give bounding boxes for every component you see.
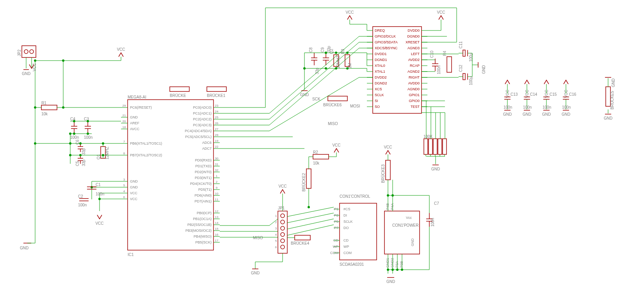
svg-text:GND: GND — [542, 112, 551, 116]
svg-text:VCC: VCC — [332, 143, 340, 147]
svg-text:100n: 100n — [523, 105, 532, 109]
svg-text:GPIO3/SDATA: GPIO3/SDATA — [375, 40, 398, 44]
svg-point-209 — [308, 206, 310, 208]
svg-text:100n: 100n — [562, 105, 571, 109]
svg-text:PB6(XTAL1/TOSC1): PB6(XTAL1/TOSC1) — [130, 141, 162, 145]
svg-text:10: 10 — [215, 192, 219, 195]
ic1-part: MEGA8-AI — [128, 95, 146, 99]
svg-point-196 — [281, 239, 285, 243]
svg-text:GND1: GND1 — [386, 258, 390, 268]
svg-text:XCS: XCS — [375, 87, 382, 91]
svg-point-198 — [281, 245, 285, 249]
svg-point-190 — [281, 220, 285, 224]
svg-text:PD6(AIN0): PD6(AIN0) — [194, 193, 212, 197]
svg-text:9: 9 — [216, 186, 218, 190]
svg-text:VCC: VCC — [278, 184, 286, 188]
svg-text:100n: 100n — [78, 203, 87, 207]
svg-text:AGND2: AGND2 — [407, 70, 420, 73]
svg-point-174 — [24, 50, 28, 54]
jp1 — [278, 211, 287, 253]
svg-text:6: 6 — [275, 245, 277, 249]
svg-text:33p: 33p — [82, 159, 86, 166]
svg-text:GND: GND — [20, 246, 28, 250]
svg-point-107 — [34, 59, 36, 62]
schematic-diagram: MEGA8-AI IC1 29PC6(/RESET)21GND20AREF18A… — [0, 0, 644, 290]
svg-text:P5: P5 — [334, 220, 338, 224]
svg-text:C13: C13 — [511, 92, 518, 97]
svg-text:BRÜCKE: BRÜCKE — [170, 93, 186, 98]
svg-text:CD: CD — [333, 238, 338, 242]
svg-line-477 — [287, 219, 334, 229]
svg-point-175 — [30, 50, 34, 54]
svg-text:1: 1 — [275, 214, 277, 218]
svg-text:13: 13 — [215, 215, 219, 219]
svg-text:RCAP: RCAP — [410, 64, 420, 68]
svg-text:COM: COM — [330, 251, 338, 255]
svg-text:BRÜCKE6: BRÜCKE6 — [323, 103, 342, 107]
svg-text:C15: C15 — [550, 92, 557, 97]
svg-text:GND: GND — [604, 116, 612, 120]
svg-text:AVDD0: AVDD0 — [408, 81, 420, 85]
svg-text:5: 5 — [275, 239, 277, 243]
svg-text:C11: C11 — [459, 41, 463, 48]
c11: C11 100µ — [459, 41, 473, 62]
svg-text:GND: GND — [130, 115, 138, 119]
svg-line-479 — [269, 36, 359, 113]
svg-text:14: 14 — [215, 221, 219, 225]
svg-text:19: 19 — [215, 139, 219, 143]
svg-point-194 — [281, 233, 285, 236]
c2: C2 100n — [78, 194, 89, 207]
svg-text:DO: DO — [343, 226, 349, 230]
svg-rect-404 — [429, 139, 432, 154]
svg-text:MOSI: MOSI — [350, 104, 360, 108]
svg-text:SCDA5A0201: SCDA5A0201 — [340, 262, 364, 267]
svg-point-361 — [346, 67, 349, 70]
svg-text:GND: GND — [130, 179, 138, 183]
svg-point-146 — [79, 154, 82, 156]
svg-text:SCLK: SCLK — [343, 220, 353, 224]
svg-text:PB5(SCK): PB5(SCK) — [195, 240, 212, 244]
svg-line-475 — [287, 207, 334, 217]
svg-text:20: 20 — [123, 120, 126, 123]
svg-text:JP1: JP1 — [278, 206, 285, 210]
svg-text:TEST: TEST — [411, 105, 420, 109]
svg-text:R2: R2 — [313, 150, 318, 154]
svg-point-156 — [69, 132, 71, 135]
c1: C1 100n — [87, 183, 104, 196]
svg-point-359 — [325, 67, 327, 70]
svg-rect-406 — [433, 139, 437, 154]
svg-text:Vcc: Vcc — [406, 216, 412, 220]
c7: C7 100n — [426, 201, 439, 227]
svg-text:C1: C1 — [96, 183, 101, 187]
svg-point-274 — [387, 269, 389, 271]
bruecke1 — [207, 87, 226, 91]
bruecke4 — [295, 235, 310, 240]
svg-text:11: 11 — [215, 198, 219, 201]
svg-point-145 — [79, 142, 82, 145]
bruecke3 — [386, 160, 390, 180]
svg-text:32: 32 — [215, 168, 219, 172]
svg-point-154 — [69, 142, 71, 145]
svg-text:VCC: VCC — [95, 221, 103, 226]
svg-text:29: 29 — [123, 104, 126, 107]
svg-text:GND: GND — [562, 112, 570, 116]
svg-line-478 — [287, 225, 334, 235]
svg-text:PD1(TXD): PD1(TXD) — [195, 164, 212, 168]
svg-text:33p: 33p — [82, 148, 86, 155]
svg-text:GPIO1: GPIO1 — [409, 93, 420, 97]
bruecke2 — [306, 169, 311, 188]
sd-power — [384, 211, 420, 254]
svg-text:GPIO0: GPIO0 — [409, 99, 420, 103]
ic1-ref: IC1 — [128, 252, 134, 257]
svg-text:GND: GND — [386, 279, 395, 284]
svg-text:PD5(T1): PD5(T1) — [198, 188, 212, 192]
svg-text:P4B: P4B — [386, 203, 390, 210]
svg-text:AREF: AREF — [130, 121, 140, 125]
svg-text:PD2(INT0): PD2(INT0) — [195, 170, 212, 174]
svg-text:PD0(RXD): PD0(RXD) — [195, 158, 212, 162]
svg-text:1M: 1M — [348, 63, 352, 68]
bruecke — [170, 87, 189, 91]
svg-text:VCC: VCC — [130, 191, 138, 195]
svg-point-192 — [281, 226, 285, 230]
svg-text:GPIO2/DCLK: GPIO2/DCLK — [375, 34, 396, 38]
